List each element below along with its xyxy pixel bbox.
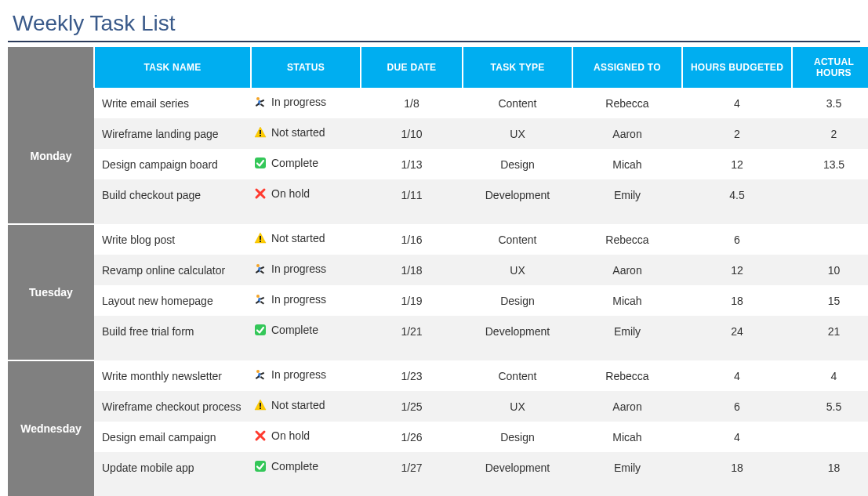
status-cell: In progress	[251, 285, 361, 316]
due-date-cell: 1/8	[361, 88, 463, 118]
header-row: TASK NAME STATUS DUE DATE TASK TYPE ASSI…	[8, 47, 868, 88]
due-date-cell: 1/10	[361, 118, 463, 149]
running-icon	[254, 368, 267, 381]
assigned-cell: Aaron	[572, 255, 682, 285]
status-label: Not started	[271, 126, 325, 139]
hours-budgeted-cell: 2	[682, 118, 792, 149]
actual-hours-cell	[792, 224, 868, 255]
due-date-cell: 1/11	[361, 179, 463, 210]
hours-budgeted-cell: 12	[682, 255, 792, 285]
warning-icon	[254, 232, 267, 244]
due-date-cell: 1/18	[361, 255, 463, 285]
actual-hours-cell: 5.5	[792, 391, 868, 422]
status-label: Complete	[271, 157, 318, 169]
check-icon	[254, 324, 267, 336]
status-cell: Not started	[251, 224, 361, 255]
status-cell: Complete	[251, 452, 361, 483]
header-hours-budgeted: HOURS BUDGETED	[682, 47, 792, 88]
table-row: MondayWrite email seriesIn progress1/8Co…	[8, 88, 868, 118]
status-label: On hold	[271, 187, 310, 200]
header-status: STATUS	[251, 47, 361, 88]
assigned-cell: Micah	[572, 422, 682, 452]
hours-budgeted-cell: 24	[682, 316, 792, 346]
actual-hours-cell: 3.5	[792, 88, 868, 118]
table-row: Wireframe checkout processNot started1/2…	[8, 391, 868, 422]
hours-budgeted-cell: 4	[682, 422, 792, 452]
status-label: In progress	[271, 262, 326, 275]
task-type-cell: Development	[463, 179, 572, 210]
task-name-cell: Build free trial form	[94, 316, 251, 346]
hours-budgeted-cell: 6	[682, 391, 792, 422]
day-header: Wednesday	[8, 360, 94, 496]
assigned-cell: Micah	[572, 285, 682, 316]
table-row: Update mobile appComplete1/27Development…	[8, 452, 868, 483]
status-label: Complete	[271, 324, 318, 336]
status-cell: In progress	[251, 88, 361, 118]
task-type-cell: Design	[463, 422, 572, 452]
task-type-cell: Design	[463, 149, 572, 179]
status-label: In progress	[271, 293, 326, 306]
due-date-cell: 1/13	[361, 149, 463, 179]
hours-budgeted-cell: 4	[682, 360, 792, 391]
actual-hours-cell: 15	[792, 285, 868, 316]
check-icon	[254, 460, 267, 472]
actual-hours-cell	[792, 179, 868, 210]
task-table: TASK NAME STATUS DUE DATE TASK TYPE ASSI…	[8, 47, 868, 496]
status-cell: In progress	[251, 255, 361, 285]
status-cell: Not started	[251, 391, 361, 422]
assigned-cell: Aaron	[572, 391, 682, 422]
status-cell: Not started	[251, 118, 361, 149]
status-cell: Complete	[251, 149, 361, 179]
task-name-cell: Write blog post	[94, 224, 251, 255]
actual-hours-cell: 21	[792, 316, 868, 346]
page-title: Weekly Task List	[8, 8, 860, 42]
actual-hours-cell: 4	[792, 360, 868, 391]
hours-budgeted-cell: 4	[682, 88, 792, 118]
table-row: Design campaign boardComplete1/13DesignM…	[8, 149, 868, 179]
table-row: Build checkout pageOn hold1/11Developmen…	[8, 179, 868, 210]
header-assigned-to: ASSIGNED TO	[572, 47, 682, 88]
day-header: Tuesday	[8, 224, 94, 360]
warning-icon	[254, 126, 267, 139]
task-name-cell: Build checkout page	[94, 179, 251, 210]
task-name-cell: Update mobile app	[94, 452, 251, 483]
assigned-cell: Rebecca	[572, 360, 682, 391]
assigned-cell: Emily	[572, 316, 682, 346]
status-label: Not started	[271, 399, 325, 411]
task-type-cell: Content	[463, 88, 572, 118]
header-task-type: TASK TYPE	[463, 47, 572, 88]
header-actual-hours: ACTUAL HOURS	[792, 47, 868, 88]
hours-budgeted-cell: 18	[682, 285, 792, 316]
hours-budgeted-cell: 18	[682, 452, 792, 483]
status-label: In progress	[271, 368, 326, 381]
status-cell: In progress	[251, 360, 361, 391]
spacer-row	[8, 483, 868, 496]
assigned-cell: Aaron	[572, 118, 682, 149]
table-row: Revamp online calculatorIn progress1/18U…	[8, 255, 868, 285]
table-row: WednesdayWrite monthly newsletterIn prog…	[8, 360, 868, 391]
status-label: Complete	[271, 460, 318, 472]
cross-icon	[254, 187, 267, 200]
actual-hours-cell	[792, 422, 868, 452]
status-label: Not started	[271, 232, 325, 244]
actual-hours-cell: 2	[792, 118, 868, 149]
task-name-cell: Revamp online calculator	[94, 255, 251, 285]
hours-budgeted-cell: 6	[682, 224, 792, 255]
header-corner	[8, 47, 94, 88]
status-cell: Complete	[251, 316, 361, 346]
task-name-cell: Layout new homepage	[94, 285, 251, 316]
assigned-cell: Micah	[572, 149, 682, 179]
running-icon	[254, 262, 267, 275]
task-type-cell: UX	[463, 118, 572, 149]
task-type-cell: UX	[463, 391, 572, 422]
task-name-cell: Wireframe checkout process	[94, 391, 251, 422]
task-type-cell: Design	[463, 285, 572, 316]
day-header: Monday	[8, 88, 94, 224]
check-icon	[254, 157, 267, 169]
assigned-cell: Emily	[572, 179, 682, 210]
assigned-cell: Emily	[572, 452, 682, 483]
status-cell: On hold	[251, 422, 361, 452]
due-date-cell: 1/27	[361, 452, 463, 483]
header-due-date: DUE DATE	[361, 47, 463, 88]
due-date-cell: 1/26	[361, 422, 463, 452]
